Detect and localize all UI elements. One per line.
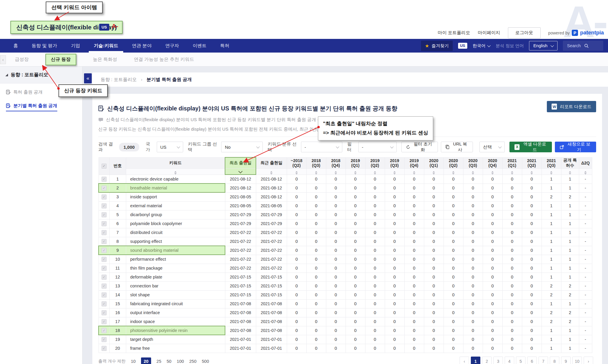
row-keyword[interactable]: supporting effect <box>126 237 225 246</box>
sorter-12[interactable] <box>444 168 463 175</box>
row-checkbox[interactable]: ✓ <box>102 239 107 244</box>
column-header-8[interactable]: 2019 (Q2) <box>365 157 385 168</box>
row-keyword[interactable]: distributed circuit <box>126 228 225 237</box>
search-icon[interactable] <box>584 44 589 48</box>
column-header-15[interactable]: 2021 (Q1) <box>502 157 522 168</box>
nav-item-2[interactable]: 기업 <box>64 39 87 53</box>
filter-select[interactable]: - <box>358 142 397 152</box>
pagination-prev[interactable]: ‹ <box>460 357 469 364</box>
pagination-page-1[interactable]: 1 <box>471 357 480 364</box>
report-download-button[interactable]: W 리포트 다운로드 <box>547 101 596 112</box>
nav-item-7[interactable]: 특허 <box>213 39 236 53</box>
row-checkbox[interactable]: ✓ <box>102 292 107 297</box>
nav-item-4[interactable]: 연관 분야 <box>125 39 158 53</box>
pagination-page-7[interactable]: 7 <box>539 357 548 364</box>
sorter-15[interactable] <box>502 168 522 175</box>
row-checkbox[interactable]: ✓ <box>102 186 107 191</box>
row-checkbox[interactable]: ✓ <box>102 194 107 200</box>
column-header-14[interactable]: 2020 (Q4) <box>483 157 502 168</box>
column-header-3[interactable]: 최근 출현일 <box>256 157 287 168</box>
my-page-link[interactable]: 마이페이지 <box>478 30 500 36</box>
row-keyword[interactable]: target depth <box>126 335 225 344</box>
row-keyword[interactable]: external material <box>126 201 225 210</box>
search-input[interactable]: Search <box>563 41 603 51</box>
pagination-page-2[interactable]: 2 <box>482 357 492 364</box>
row-checkbox[interactable]: ✓ <box>102 203 107 208</box>
sorter-10[interactable] <box>404 168 424 175</box>
page-size-250[interactable]: 250 <box>189 359 197 364</box>
pagination-page-3[interactable]: 3 <box>493 357 503 364</box>
page-size-50[interactable]: 50 <box>167 359 171 364</box>
column-header-0[interactable]: 번호 <box>109 157 126 175</box>
row-keyword[interactable]: dicarbonyl group <box>126 210 225 219</box>
row-keyword[interactable]: frame free <box>126 344 225 353</box>
breadcrumb-parent[interactable]: 동향 : 포트폴리오 <box>101 77 137 83</box>
subnav-collapse-button[interactable]: ‹ <box>0 55 6 64</box>
pagination-page-10[interactable]: 10 <box>572 357 582 364</box>
sidebar-item-0[interactable]: 특허 출원 공개 <box>6 89 42 97</box>
nav-item-5[interactable]: 연구자 <box>159 39 186 53</box>
sorter-8[interactable] <box>365 168 385 175</box>
sorter-7[interactable] <box>346 168 365 175</box>
sorter-14[interactable] <box>483 168 502 175</box>
page-size-500[interactable]: 500 <box>202 359 209 364</box>
row-checkbox[interactable]: ✓ <box>102 275 107 280</box>
sorter-18[interactable] <box>561 168 579 175</box>
column-header-18[interactable]: 공개 특허수 <box>561 157 579 168</box>
row-keyword[interactable]: breathable material <box>126 183 225 192</box>
sorter-4[interactable] <box>287 168 306 175</box>
column-header-5[interactable]: 2018 (Q3) <box>306 157 326 168</box>
row-keyword[interactable]: slot shape <box>126 290 225 299</box>
nav-item-6[interactable]: 이벤트 <box>186 39 213 53</box>
pagination-page-6[interactable]: 6 <box>527 357 537 364</box>
row-keyword[interactable]: performance effect <box>126 255 225 264</box>
open-new-window-button[interactable]: 새창으로 보기 <box>555 142 596 152</box>
sorter-5[interactable] <box>306 168 326 175</box>
row-keyword[interactable]: polyamide block copolymer <box>126 219 225 228</box>
keyword-class-select[interactable]: - <box>301 142 343 152</box>
subnav-item-3[interactable]: 연결 가능성 높은 추천 키워드 <box>134 56 194 63</box>
subnav-item-2[interactable]: 높은 특화성 <box>93 56 117 63</box>
column-header-6[interactable]: 2018 (Q4) <box>326 157 346 168</box>
sorter-11[interactable] <box>424 168 444 175</box>
favorites-button[interactable]: ★ 즐겨찾기 <box>421 41 452 51</box>
subnav-item-0[interactable]: 급성장 <box>15 56 29 63</box>
row-checkbox[interactable]: ✓ <box>102 257 107 262</box>
page-size-25[interactable]: 25 <box>156 359 161 364</box>
country-select[interactable]: US <box>157 142 183 152</box>
row-checkbox[interactable]: ✓ <box>102 346 107 351</box>
column-header-11[interactable]: 2020 (Q1) <box>424 157 444 168</box>
page-size-10[interactable]: 10 <box>131 359 136 364</box>
sorter-16[interactable] <box>522 168 542 175</box>
pagination-page-9[interactable]: 9 <box>561 357 571 364</box>
sorter-9[interactable] <box>385 168 404 175</box>
row-checkbox[interactable]: ✓ <box>102 212 107 217</box>
column-header-13[interactable]: 2020 (Q3) <box>463 157 483 168</box>
sorter-6[interactable] <box>326 168 346 175</box>
pagination-next[interactable]: › <box>584 357 593 364</box>
column-header-1[interactable]: 키워드 <box>126 157 225 168</box>
sorter-2[interactable] <box>225 168 256 175</box>
column-header-16[interactable]: 2021 (Q2) <box>522 157 542 168</box>
row-keyword[interactable]: inside support <box>126 192 225 201</box>
column-header-12[interactable]: 2020 (Q2) <box>444 157 463 168</box>
keyword-group-select[interactable]: No <box>221 142 263 152</box>
row-checkbox[interactable]: ✓ <box>102 319 107 324</box>
column-header-17[interactable]: 2021 (Q3) <box>542 157 561 168</box>
ui-language-dropdown[interactable]: 한국어 <box>473 43 490 49</box>
sidebar-collapse-button[interactable]: « <box>84 73 92 83</box>
sorter-1[interactable] <box>126 168 225 175</box>
select-all-checkbox[interactable]: ✓ <box>102 164 107 169</box>
row-keyword[interactable]: connection bar <box>126 281 225 290</box>
sidebar-section-header[interactable]: 동향 : 포트폴리오 <box>0 67 82 83</box>
row-checkbox[interactable]: ✓ <box>102 328 107 333</box>
row-keyword[interactable]: fabricating integrated circuit <box>126 299 225 308</box>
excel-download-button[interactable]: X 엑셀 다운로드 <box>509 142 552 152</box>
sorter-3[interactable] <box>256 168 287 175</box>
column-header-4[interactable]: ~2018 (Q2) <box>287 157 306 168</box>
column-header-10[interactable]: 2019 (Q4) <box>404 157 424 168</box>
pagination-page-5[interactable]: 5 <box>516 357 525 364</box>
sidebar-item-1[interactable]: 분기별 특허 출원 공개 <box>6 103 57 111</box>
row-checkbox[interactable]: ✓ <box>102 248 107 253</box>
nav-item-3[interactable]: 기술:키워드 <box>87 39 125 53</box>
